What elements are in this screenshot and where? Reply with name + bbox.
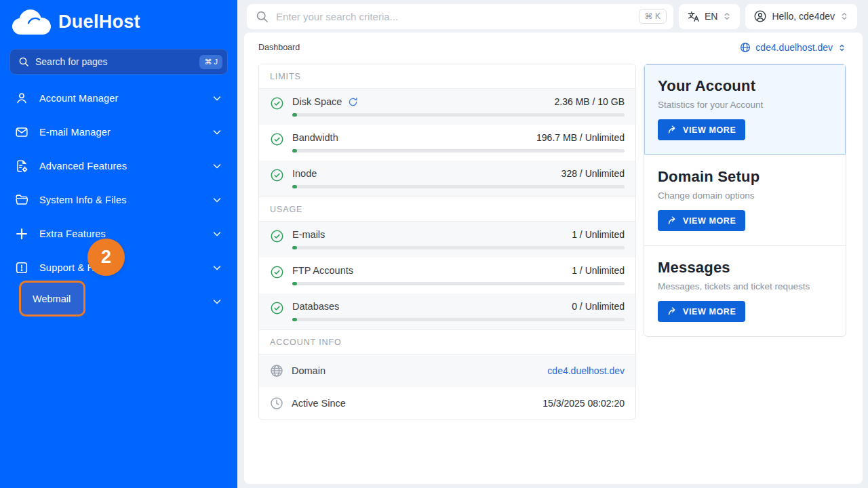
webmail-highlight-box[interactable]: Webmail xyxy=(19,281,85,317)
chevron-down-icon xyxy=(212,296,222,307)
view-more-button[interactable]: VIEW MORE xyxy=(658,301,745,322)
progress-bar xyxy=(292,113,625,117)
globe-icon xyxy=(270,364,283,378)
mail-icon xyxy=(14,125,30,140)
external-link-arrow-icon xyxy=(667,125,677,135)
stats-table: LIMITS Disk Space 2.36 MB / 10 GB xyxy=(258,64,636,420)
select-chevrons-icon xyxy=(840,12,849,21)
shortcut-cards: Your Account Statistics for your Account… xyxy=(644,64,846,337)
active-since-value: 15/3/2025 08:02:20 xyxy=(542,398,625,409)
chevron-down-icon xyxy=(212,262,222,273)
refresh-icon[interactable] xyxy=(348,97,358,107)
sidebar-item-label: System Info & Files xyxy=(39,195,202,205)
sidebar-item-account-manager[interactable]: Account Manager xyxy=(0,81,237,115)
file-gear-icon xyxy=(14,159,30,174)
sidebar-search-shortcut: ⌘ J xyxy=(199,55,222,69)
progress-bar xyxy=(292,246,625,249)
sidebar-item-advanced-features[interactable]: Advanced Features xyxy=(0,149,237,183)
card-subtitle: Change domain options xyxy=(658,190,832,201)
check-circle-icon xyxy=(270,168,284,182)
stat-label: FTP Accounts xyxy=(292,265,353,276)
check-circle-icon xyxy=(270,132,284,146)
stat-value: 328 / Unlimited xyxy=(561,168,625,179)
topbar: ⌘ K EN Hello, cde4dev xyxy=(237,0,868,33)
chevron-down-icon xyxy=(212,127,222,138)
progress-bar xyxy=(292,282,625,285)
sidebar-item-label: E-mail Manager xyxy=(39,127,202,138)
sidebar-search[interactable]: ⌘ J xyxy=(9,49,228,75)
stat-row-ftp-accounts: FTP Accounts 1 / Unlimited xyxy=(259,258,635,293)
stat-label: Disk Space xyxy=(292,96,342,107)
check-circle-icon xyxy=(270,96,284,110)
sidebar-item-label: Webmail xyxy=(33,293,71,304)
chevron-down-icon xyxy=(212,195,222,205)
domain-selector[interactable]: cde4.duelhost.dev xyxy=(740,42,846,53)
card-title: Messages xyxy=(658,259,832,277)
stat-row-databases: Databases 0 / Unlimited xyxy=(259,293,635,329)
card-subtitle: Statistics for your Account xyxy=(658,100,832,110)
global-search-shortcut: ⌘ K xyxy=(639,9,667,24)
sidebar-item-label: Extra Features xyxy=(39,228,202,239)
info-row-domain: Domain cde4.duelhost.dev xyxy=(259,354,635,387)
stat-value: 0 / Unlimited xyxy=(572,301,625,312)
domain-link[interactable]: cde4.duelhost.dev xyxy=(547,365,625,376)
plus-icon xyxy=(14,226,30,241)
cloud-logo-icon xyxy=(9,7,53,37)
external-link-arrow-icon xyxy=(667,216,677,226)
stat-row-disk-space: Disk Space 2.36 MB / 10 GB xyxy=(259,89,635,125)
sidebar-item-label: Account Manager xyxy=(39,93,202,104)
globe-icon xyxy=(740,42,751,53)
stat-value: 196.7 MB / Unlimited xyxy=(536,132,625,143)
stat-value: 1 / Unlimited xyxy=(572,229,625,240)
check-circle-icon xyxy=(270,301,284,315)
view-more-label: VIEW MORE xyxy=(683,125,736,135)
folder-icon xyxy=(14,192,30,207)
clock-icon xyxy=(270,396,283,410)
external-link-arrow-icon xyxy=(667,306,677,317)
alert-square-icon xyxy=(14,260,30,275)
section-header-account-info: ACCOUNT INFO xyxy=(259,329,635,354)
view-more-label: VIEW MORE xyxy=(683,216,736,226)
global-search[interactable]: ⌘ K xyxy=(247,4,673,29)
sidebar: DuelHost ⌘ J Account Manager E-mail Mana… xyxy=(0,0,237,488)
stat-label: Bandwidth xyxy=(292,132,338,143)
card-title: Your Account xyxy=(658,77,832,95)
sidebar-item-email-manager[interactable]: E-mail Manager xyxy=(0,115,237,149)
select-chevrons-icon xyxy=(837,43,846,52)
card-messages: Messages Messages, tickets and ticket re… xyxy=(644,246,846,336)
app-logo: DuelHost xyxy=(0,0,237,41)
view-more-button[interactable]: VIEW MORE xyxy=(658,210,745,231)
chevron-down-icon xyxy=(212,93,222,104)
sidebar-item-system-info-files[interactable]: System Info & Files xyxy=(0,183,237,217)
card-subtitle: Messages, tickets and ticket requests xyxy=(658,281,832,291)
card-your-account: Your Account Statistics for your Account… xyxy=(644,64,846,155)
user-circle-icon xyxy=(753,9,767,23)
user-greeting-label: Hello, cde4dev xyxy=(772,11,835,22)
card-title: Domain Setup xyxy=(658,168,832,186)
domain-selector-label: cde4.duelhost.dev xyxy=(755,42,833,53)
view-more-button[interactable]: VIEW MORE xyxy=(658,119,745,140)
chevron-down-icon xyxy=(212,228,222,239)
sidebar-search-input[interactable] xyxy=(35,56,193,67)
annotation-step-badge: 2 xyxy=(87,239,125,276)
language-selector[interactable]: EN xyxy=(679,4,740,29)
stat-label: E-mails xyxy=(292,229,325,240)
progress-bar xyxy=(292,318,625,321)
content-panel: Dashboard cde4.duelhost.dev LIMITS xyxy=(244,33,863,484)
progress-bar xyxy=(292,149,625,152)
stat-label: Inode xyxy=(292,168,317,179)
global-search-input[interactable] xyxy=(276,11,631,22)
view-more-label: VIEW MORE xyxy=(683,307,736,317)
stat-value: 2.36 MB / 10 GB xyxy=(555,96,625,107)
info-label: Domain xyxy=(292,365,539,376)
stat-row-bandwidth: Bandwidth 196.7 MB / Unlimited xyxy=(259,125,635,161)
stat-row-inode: Inode 328 / Unlimited xyxy=(259,161,635,197)
progress-bar xyxy=(292,185,625,188)
search-icon xyxy=(256,10,269,23)
translate-icon xyxy=(687,10,700,23)
section-header-limits: LIMITS xyxy=(259,64,635,89)
breadcrumb: Dashboard xyxy=(258,43,300,52)
panel-header: Dashboard cde4.duelhost.dev xyxy=(244,33,863,60)
user-menu[interactable]: Hello, cde4dev xyxy=(745,4,857,29)
stat-row-emails: E-mails 1 / Unlimited xyxy=(259,222,635,258)
